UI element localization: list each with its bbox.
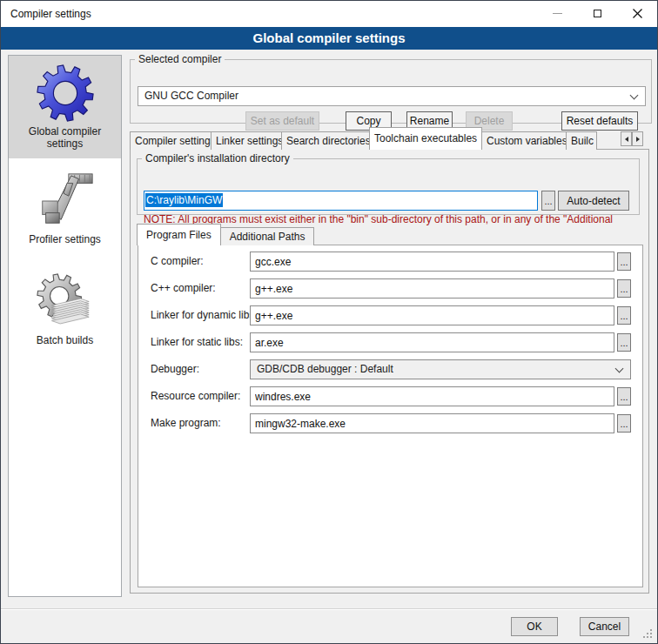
minimize-button[interactable] [537,1,577,26]
settings-sidebar: Global compiler settings Profiler settin… [8,55,122,597]
sidebar-item-batch-builds[interactable]: Batch builds [9,272,121,353]
compiler-settings-dialog: Compiler settings Global compiler settin… [0,0,658,644]
browse-linker-static-button[interactable]: ... [617,333,631,352]
linker-static-input[interactable] [250,332,614,352]
compiler-combobox[interactable]: GNU GCC Compiler [138,86,646,106]
field-row-c-compiler: C compiler: ... [138,252,642,272]
field-row-resource-compiler: Resource compiler: ... [138,386,642,406]
selected-compiler-legend: Selected compiler [135,53,225,65]
browse-cpp-compiler-button[interactable]: ... [617,279,631,298]
window-title: Compiler settings [10,1,91,27]
tab-custom-variables[interactable]: Custom variables [481,131,567,150]
installation-directory-group: Compiler's installation directory C:\ray… [137,152,640,215]
debugger-combobox[interactable]: GDB/CDB debugger : Default [250,359,631,379]
tab-search-directories[interactable]: Search directories [281,131,370,150]
resource-compiler-label: Resource compiler: [151,386,240,406]
cpp-compiler-input[interactable] [250,278,614,299]
linker-dynamic-input[interactable] [250,305,614,325]
window-controls [537,1,657,26]
debugger-combobox-value: GDB/CDB debugger : Default [257,360,609,379]
footer-divider [1,608,657,610]
maximize-icon [594,10,601,17]
main-tabstrip: Compiler settings Linker settings Search… [130,127,652,150]
close-icon [633,9,642,18]
cancel-button[interactable]: Cancel [580,617,629,636]
gray-gear-stack-icon [35,272,96,332]
tab-scroll-left-button[interactable] [621,131,632,146]
minimize-icon [553,13,562,14]
tab-linker-settings[interactable]: Linker settings [211,131,282,150]
linker-dynamic-label: Linker for dynamic libs: [151,305,258,325]
field-row-make-program: Make program: ... [138,413,642,433]
blue-gear-icon [35,63,96,124]
tab-compiler-settings[interactable]: Compiler settings [130,131,212,150]
selected-path-text: C:\raylib\MinGW [145,193,223,207]
c-compiler-label: C compiler: [151,252,204,272]
browse-make-program-button[interactable]: ... [617,414,631,433]
program-files-panel: C compiler: ... C++ compiler: ... Linker… [138,245,643,587]
left-triangle-icon [625,137,628,142]
c-compiler-input[interactable] [250,252,614,272]
sidebar-item-global-compiler-settings[interactable]: Global compiler settings [9,56,121,158]
ok-button[interactable]: OK [511,617,558,636]
subtab-program-files[interactable]: Program Files [137,224,221,245]
installation-directory-legend: Compiler's installation directory [142,152,293,164]
dialog-header: Global compiler settings [1,27,657,50]
chevron-down-icon [615,365,624,373]
browse-directory-button[interactable]: ... [541,191,555,211]
cpp-compiler-label: C++ compiler: [151,278,216,299]
compiler-combobox-value: GNU GCC Compiler [144,87,624,105]
right-triangle-icon [636,137,640,142]
close-button[interactable] [617,1,657,26]
field-row-linker-dynamic: Linker for dynamic libs: ... [138,305,642,325]
tab-toolchain-executables[interactable]: Toolchain executables [369,127,482,150]
maximize-button[interactable] [577,1,617,26]
field-row-debugger: Debugger: GDB/CDB debugger : Default [138,359,642,379]
browse-resource-compiler-button[interactable]: ... [617,387,631,406]
browse-c-compiler-button[interactable]: ... [617,252,631,271]
tabs-scroll-area: Compiler settings Linker settings Search… [130,127,619,150]
make-program-label: Make program: [151,413,221,433]
tab-scroll-right-button[interactable] [632,131,643,146]
subtab-additional-paths[interactable]: Additional Paths [220,227,315,245]
resize-grip[interactable] [643,629,653,639]
auto-detect-button[interactable]: Auto-detect [558,191,629,211]
sidebar-item-label: Profiler settings [9,233,121,252]
field-row-cpp-compiler: C++ compiler: ... [138,278,642,299]
tab-build-options-clipped[interactable]: Builc [566,131,597,150]
browse-linker-dynamic-button[interactable]: ... [617,306,631,325]
caliper-icon [35,171,96,231]
sidebar-item-label: Global compiler settings [9,125,121,157]
linker-static-label: Linker for static libs: [151,332,243,352]
titlebar: Compiler settings [1,1,657,27]
toolchain-executables-page: Compiler's installation directory C:\ray… [130,149,649,594]
installation-directory-input[interactable]: C:\raylib\MinGW [144,191,538,211]
debugger-label: Debugger: [151,359,199,379]
make-program-input[interactable] [250,413,614,433]
selected-compiler-group: Selected compiler GNU GCC Compiler Set a… [130,53,652,124]
sidebar-item-label: Batch builds [9,334,121,353]
resize-grip-dots [643,629,645,631]
programs-subtabs: Program Files Additional Paths [138,224,314,245]
resource-compiler-input[interactable] [250,386,614,406]
sidebar-item-profiler-settings[interactable]: Profiler settings [9,158,121,252]
chevron-down-icon [630,91,639,100]
field-row-linker-static: Linker for static libs: ... [138,332,642,352]
